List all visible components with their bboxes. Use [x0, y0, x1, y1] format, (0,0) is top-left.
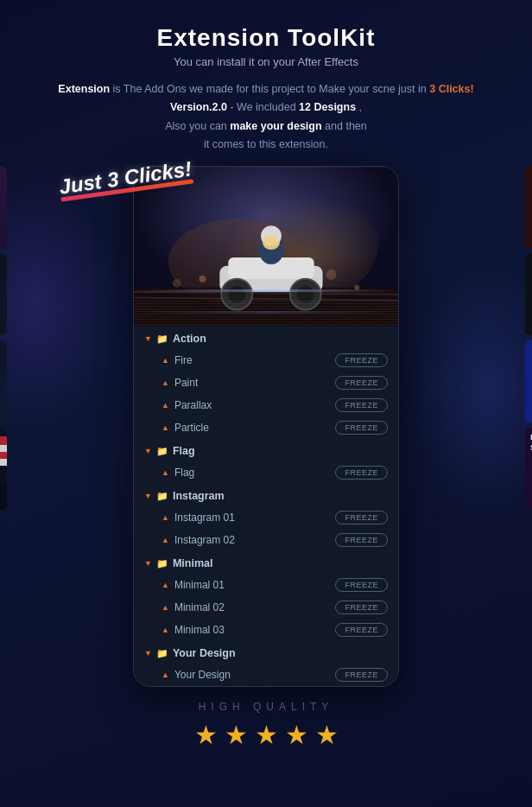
svg-rect-27 [525, 340, 532, 423]
insta01-icon: ▲ [162, 513, 169, 522]
svg-rect-17 [0, 484, 7, 510]
star-1: ★ [194, 720, 218, 750]
insta02-icon: ▲ [162, 536, 169, 544]
flag-freeze-btn[interactable]: FREEZE [335, 466, 388, 480]
item-particle[interactable]: ▲ Particle FREEZE [134, 416, 398, 439]
item-minimal-03[interactable]: ▲ Minimal 03 FREEZE [134, 619, 398, 641]
item-instagram-02[interactable]: ▲ Instagram 02 FREEZE [134, 529, 398, 551]
item-minimal-01[interactable]: ▲ Minimal 01 FREEZE [134, 574, 398, 596]
fire-icon: ▲ [162, 356, 169, 365]
freeze-bg-svg [0, 166, 7, 248]
svg-rect-2 [0, 253, 7, 335]
parallax-label: Parallax [174, 399, 212, 411]
desc-comma: , [359, 101, 362, 113]
yourdesign-folder-icon: 📁 [156, 648, 168, 659]
footer: HIGH QUALITY ★ ★ ★ ★ ★ [0, 687, 532, 759]
star-4: ★ [285, 720, 308, 750]
yourdesign-freeze-btn[interactable]: FREEZE [335, 668, 388, 682]
category-flag: ▼ 📁 Flag [134, 439, 398, 461]
flag-item-label: Flag [174, 467, 194, 479]
motion-lines [134, 301, 398, 327]
right-thumbnails: HE IS JOHNGOH BOXINGSPORT 50% [525, 166, 532, 510]
glitch-line-1 [134, 289, 398, 292]
desc-comes: it comes to this extension. [204, 138, 328, 150]
particle-freeze-btn[interactable]: FREEZE [335, 421, 388, 435]
desc-version-bold: Version.2.0 [170, 101, 227, 113]
flag-item-icon: ▲ [162, 468, 169, 477]
desc-clicks: 3 Clicks! [429, 83, 473, 95]
action-folder-icon: 📁 [156, 334, 168, 345]
category-minimal: ▼ 📁 Minimal [134, 551, 398, 574]
item-paint[interactable]: ▲ Paint FREEZE [134, 372, 398, 394]
min03-freeze-btn[interactable]: FREEZE [335, 623, 388, 637]
category-your-design: ▼ 📁 Your Design [134, 641, 398, 664]
action-label: Action [173, 333, 206, 345]
thumb-freeze-frame: FREEZEFRAME [0, 166, 7, 248]
min01-label: Minimal 01 [174, 579, 225, 591]
item-instagram-01[interactable]: ▲ Instagram 01 FREEZE [134, 506, 398, 529]
category-action: ▼ 📁 Action [134, 327, 398, 349]
action-expand-icon: ▼ [144, 334, 152, 343]
gorilla-svg [525, 253, 532, 335]
paint-icon: ▲ [162, 378, 169, 387]
fire-freeze-btn[interactable]: FREEZE [335, 353, 388, 367]
item-your-design[interactable]: ▲ Your Design FREEZE [134, 664, 398, 686]
min02-label: Minimal 02 [174, 601, 225, 613]
insta01-label: Instagram 01 [174, 512, 235, 524]
instagram-expand-icon: ▼ [144, 492, 152, 500]
svg-rect-13 [0, 445, 7, 452]
phone-mockup: ▼ 📁 Action ▲ Fire FREEZE ▲ Paint FREEZE [133, 166, 399, 687]
item-flag[interactable]: ▲ Flag FREEZE [134, 461, 398, 484]
star-2: ★ [225, 720, 248, 750]
phone-list: ▼ 📁 Action ▲ Fire FREEZE ▲ Paint FREEZE [134, 327, 398, 686]
header: Extension ToolKit You can install it on … [0, 0, 532, 80]
app-subtitle: You can install it on your After Effects [35, 55, 497, 68]
screen-top [134, 167, 398, 327]
parallax-icon: ▲ [162, 401, 169, 410]
thumb-gorilla [525, 253, 532, 335]
quality-text: HIGH QUALITY [0, 701, 532, 713]
instagram-folder-icon: 📁 [156, 491, 168, 502]
yourdesign-expand-icon: ▼ [144, 649, 152, 658]
star-3: ★ [255, 720, 278, 750]
stars-row: ★ ★ ★ ★ ★ [0, 720, 532, 750]
glitch-line-2 [134, 311, 398, 314]
svg-rect-12 [0, 436, 7, 445]
yourdesign-label: Your Design [174, 669, 231, 681]
instagram-category-label: Instagram [173, 490, 225, 502]
fire-label: Fire [174, 354, 193, 366]
min03-icon: ▲ [162, 626, 169, 634]
desc-version-rest: - We included [230, 101, 299, 113]
star-5: ★ [315, 720, 339, 750]
min02-icon: ▲ [162, 603, 169, 612]
particle-label: Particle [174, 422, 209, 434]
minimal-expand-icon: ▼ [144, 559, 152, 568]
min02-freeze-btn[interactable]: FREEZE [335, 600, 388, 614]
desc-extension-bold: Extension [58, 83, 110, 95]
svg-point-50 [263, 236, 280, 250]
insta02-freeze-btn[interactable]: FREEZE [335, 533, 388, 547]
flag-bg-svg [0, 428, 7, 510]
insta01-freeze-btn[interactable]: FREEZE [335, 511, 388, 524]
thumb-flag: FLAG [0, 428, 7, 510]
min01-freeze-btn[interactable]: FREEZE [335, 578, 388, 592]
description-block: Extension is The Add Ons we made for thi… [0, 80, 532, 154]
svg-rect-26 [525, 253, 532, 335]
category-instagram: ▼ 📁 Instagram [134, 484, 398, 506]
left-thumbnails: FREEZEFRAME CATEGORIES [0, 166, 7, 510]
particle-icon: ▲ [162, 423, 169, 432]
item-fire[interactable]: ▲ Fire FREEZE [134, 349, 398, 372]
main-content: FREEZEFRAME CATEGORIES [16, 166, 516, 687]
min03-label: Minimal 03 [174, 624, 225, 636]
paint-label: Paint [174, 377, 198, 389]
insta02-label: Instagram 02 [174, 534, 235, 546]
min01-icon: ▲ [162, 581, 169, 589]
minimal-category-label: Minimal [173, 557, 213, 569]
parallax-freeze-btn[interactable]: FREEZE [335, 398, 388, 412]
minimal-folder-icon: 📁 [156, 558, 168, 569]
item-minimal-02[interactable]: ▲ Minimal 02 FREEZE [134, 596, 398, 619]
item-parallax[interactable]: ▲ Parallax FREEZE [134, 394, 398, 416]
paint-freeze-btn[interactable]: FREEZE [335, 376, 388, 390]
desc-make-bold: make your design [230, 120, 321, 132]
thumb-atv-left [0, 253, 7, 335]
